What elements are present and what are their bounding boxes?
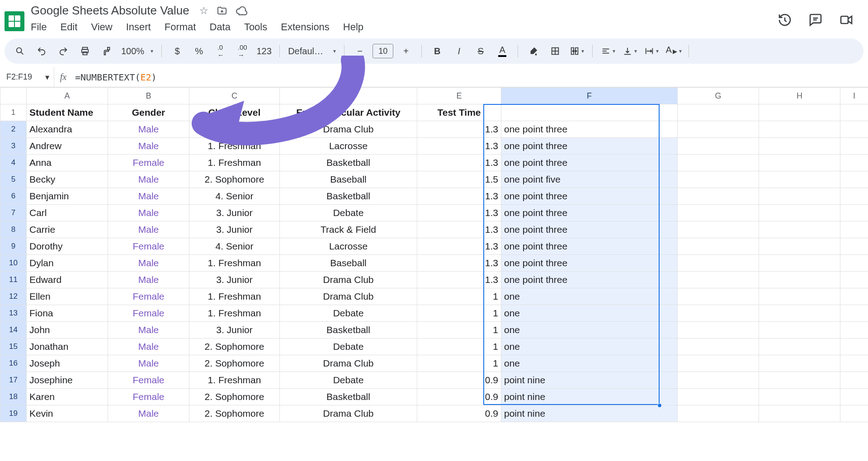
cell[interactable]: point nine [501, 405, 678, 422]
cell[interactable]: Basketball [280, 188, 417, 205]
spreadsheet-grid[interactable]: A B C D E F G H I 1Student NameGenderCla… [0, 87, 868, 422]
cell[interactable]: 3. Junior [189, 221, 280, 238]
cell[interactable]: Jonathan [27, 339, 108, 355]
cell[interactable] [678, 104, 759, 121]
cell[interactable]: Male [108, 405, 189, 422]
cell[interactable]: one point three [501, 121, 678, 138]
bold-button[interactable]: B [427, 42, 447, 60]
cell[interactable] [759, 104, 840, 121]
vertical-align-button[interactable] [620, 42, 640, 60]
cell[interactable]: Basketball [280, 322, 417, 339]
menu-edit[interactable]: Edit [60, 21, 77, 33]
cell[interactable]: John [27, 322, 108, 339]
row-header[interactable]: 6 [0, 188, 27, 205]
fill-color-button[interactable] [524, 42, 543, 60]
cell[interactable]: Student Name [27, 104, 108, 121]
menu-data[interactable]: Data [209, 21, 230, 33]
cell[interactable]: 2. Sophomore [189, 171, 280, 188]
zoom-select[interactable]: 100% [118, 46, 156, 56]
cell[interactable]: 0.9 [417, 372, 501, 389]
row-header[interactable]: 18 [0, 389, 27, 405]
cell[interactable]: 2. Sophomore [189, 405, 280, 422]
cell[interactable]: one [501, 339, 678, 355]
row-header[interactable]: 16 [0, 355, 27, 372]
cell[interactable]: 0.9 [417, 405, 501, 422]
menu-view[interactable]: View [91, 21, 112, 33]
cell[interactable]: point nine [501, 372, 678, 389]
cell[interactable] [759, 138, 840, 155]
col-header-D[interactable]: D [280, 88, 417, 104]
cell[interactable]: Track & Field [280, 221, 417, 238]
menu-file[interactable]: File [31, 21, 47, 33]
cell[interactable] [759, 405, 840, 422]
cell[interactable]: Drama Club [280, 405, 417, 422]
cell[interactable]: 4. Senior [189, 121, 280, 138]
paint-format-icon[interactable] [97, 42, 117, 60]
cell[interactable]: 1. Freshman [189, 288, 280, 305]
cell[interactable]: Male [108, 255, 189, 272]
menu-help[interactable]: Help [343, 21, 363, 33]
row-header[interactable]: 10 [0, 255, 27, 272]
cell[interactable] [840, 121, 868, 138]
row-header[interactable]: 17 [0, 372, 27, 389]
cell[interactable] [840, 155, 868, 171]
cell[interactable] [840, 322, 868, 339]
cell[interactable] [678, 288, 759, 305]
cell[interactable]: Dylan [27, 255, 108, 272]
cell[interactable] [840, 339, 868, 355]
cell[interactable]: Baseball [280, 171, 417, 188]
cell[interactable]: Male [108, 188, 189, 205]
merge-cells-button[interactable] [567, 42, 587, 60]
col-header-H[interactable]: H [759, 88, 840, 104]
name-box[interactable]: F2:F19 ▾ [0, 67, 54, 87]
cell[interactable]: point nine [501, 389, 678, 405]
row-header[interactable]: 14 [0, 322, 27, 339]
cell[interactable] [840, 171, 868, 188]
cell[interactable]: 3. Junior [189, 322, 280, 339]
cell[interactable] [759, 389, 840, 405]
cell[interactable] [840, 205, 868, 221]
cell[interactable] [678, 255, 759, 272]
strikethrough-button[interactable]: S [471, 42, 491, 60]
cell[interactable]: Drama Club [280, 355, 417, 372]
cell[interactable]: 2. Sophomore [189, 339, 280, 355]
cell[interactable]: one point three [501, 221, 678, 238]
cell[interactable]: 1.3 [417, 188, 501, 205]
cell[interactable] [759, 272, 840, 288]
row-header[interactable]: 4 [0, 155, 27, 171]
cell[interactable]: Female [108, 238, 189, 255]
cell[interactable]: Ellen [27, 288, 108, 305]
cell[interactable]: Becky [27, 171, 108, 188]
row-header[interactable]: 13 [0, 305, 27, 322]
decrease-decimal-button[interactable]: .0← [211, 42, 231, 60]
cell[interactable] [678, 389, 759, 405]
cell[interactable]: Karen [27, 389, 108, 405]
text-wrap-button[interactable] [642, 42, 661, 60]
cell[interactable]: 1.3 [417, 238, 501, 255]
cell[interactable] [678, 372, 759, 389]
cell[interactable] [678, 405, 759, 422]
cell[interactable]: Extracurricular Activity [280, 104, 417, 121]
cell[interactable]: 1.3 [417, 205, 501, 221]
col-header-G[interactable]: G [678, 88, 759, 104]
cell[interactable]: Female [108, 155, 189, 171]
cell[interactable] [840, 355, 868, 372]
row-header[interactable]: 1 [0, 104, 27, 121]
cell[interactable]: one point three [501, 255, 678, 272]
cell[interactable]: 1.3 [417, 255, 501, 272]
cell[interactable]: Debate [280, 305, 417, 322]
cell[interactable]: Female [108, 288, 189, 305]
history-icon[interactable] [778, 13, 792, 27]
cell[interactable] [759, 305, 840, 322]
cell[interactable] [840, 389, 868, 405]
cell[interactable]: 3. Junior [189, 272, 280, 288]
cell[interactable]: 4. Senior [189, 188, 280, 205]
cell[interactable] [678, 272, 759, 288]
increase-font-button[interactable]: + [396, 42, 416, 60]
cell[interactable]: Anna [27, 155, 108, 171]
cell[interactable]: Kevin [27, 405, 108, 422]
cell[interactable] [759, 188, 840, 205]
comments-icon[interactable] [808, 13, 823, 27]
col-header-F[interactable]: F [501, 88, 678, 104]
cell[interactable]: Benjamin [27, 188, 108, 205]
